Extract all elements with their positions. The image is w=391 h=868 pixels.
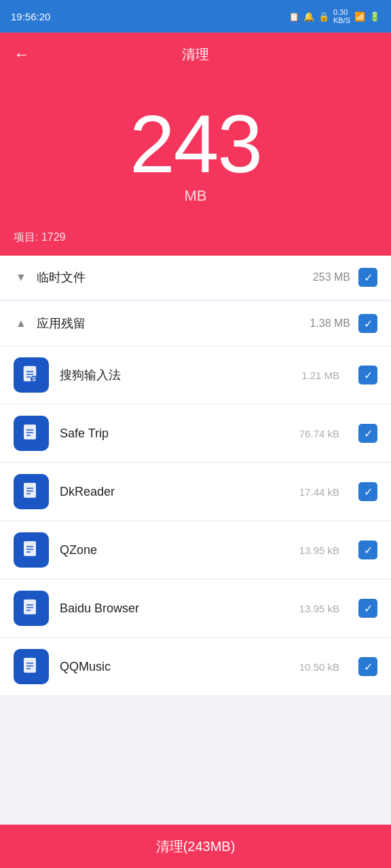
document-icon (21, 598, 41, 618)
item-count-bar: 项目: 1729 (0, 225, 391, 256)
app-checkbox-baidu[interactable]: ✓ (358, 599, 377, 618)
status-bar: 19:56:20 📋 🔔 🔒 0.30KB/S 📶 🔋 (0, 0, 391, 33)
clean-button[interactable]: 清理(243MB) (0, 825, 391, 868)
document-icon: S (21, 365, 41, 385)
svg-rect-7 (24, 425, 36, 439)
hero-unit: MB (185, 187, 207, 205)
list-item: QZone 13.95 kB ✓ (0, 521, 391, 578)
section-residual-right: 1.38 MB ✓ (310, 314, 377, 333)
section-temp-left: ▼ 临时文件 (14, 269, 86, 285)
section-residual-size: 1.38 MB (310, 317, 350, 330)
section-app-residual: ▲ 应用残留 1.38 MB ✓ (0, 302, 391, 345)
section-residual-header[interactable]: ▲ 应用残留 1.38 MB ✓ (0, 302, 391, 345)
status-icon-lock: 🔒 (318, 12, 329, 22)
svg-rect-23 (24, 658, 36, 673)
app-size-baidu: 13.95 kB (299, 603, 339, 614)
app-icon-qzone (14, 532, 49, 568)
app-icon-sogou: S (14, 357, 49, 393)
app-size-qzone: 13.95 kB (299, 545, 339, 556)
list-item: Baidu Browser 13.95 kB ✓ (0, 580, 391, 637)
hero-section: 243 MB (0, 76, 391, 225)
status-icon-bell: 🔔 (303, 12, 314, 22)
app-icon-baidu (14, 591, 49, 626)
section-temp-label: 临时文件 (37, 269, 86, 285)
app-name-safetrip: Safe Trip (60, 427, 288, 441)
app-checkbox-sogou[interactable]: ✓ (358, 366, 377, 384)
section-residual-left: ▲ 应用残留 (14, 315, 86, 332)
svg-rect-19 (24, 599, 36, 614)
section-residual-checkbox[interactable]: ✓ (358, 314, 377, 333)
status-speed: 0.30KB/S (333, 8, 350, 24)
app-name-baidu: Baidu Browser (60, 601, 288, 616)
document-icon (21, 481, 41, 502)
list-item: QQMusic 10.50 kB ✓ (0, 638, 391, 695)
app-name-qqmusic: QQMusic (60, 660, 288, 674)
document-icon (21, 540, 41, 560)
hero-number: 243 (130, 103, 261, 184)
app-name-dkreader: DkReader (60, 485, 288, 499)
section-temp-right: 253 MB ✓ (313, 268, 377, 287)
back-button[interactable]: ← (14, 46, 30, 62)
app-size-sogou: 1.21 MB (301, 370, 339, 381)
status-icon-clipboard: 📋 (288, 12, 299, 22)
app-icon-dkreader (14, 474, 49, 509)
svg-rect-15 (24, 541, 36, 556)
section-residual-label: 应用残留 (37, 315, 86, 332)
list-item: S 搜狗输入法 1.21 MB ✓ (0, 347, 391, 403)
app-name-sogou: 搜狗输入法 (60, 367, 291, 383)
svg-rect-11 (24, 483, 36, 498)
app-size-safetrip: 76.74 kB (299, 428, 339, 439)
section-temp-size: 253 MB (313, 271, 350, 283)
app-checkbox-safetrip[interactable]: ✓ (358, 424, 377, 443)
list-item: DkReader 17.44 kB ✓ (0, 463, 391, 520)
app-size-dkreader: 17.44 kB (299, 486, 339, 498)
status-time: 19:56:20 (11, 11, 50, 22)
chevron-down-icon: ▼ (14, 270, 29, 285)
app-icon-safetrip (14, 416, 49, 451)
page-header: ← 清理 (0, 33, 391, 76)
document-icon (21, 656, 41, 677)
document-icon (21, 423, 41, 443)
app-list: S 搜狗输入法 1.21 MB ✓ Safe Trip 76.74 kB ✓ (0, 347, 391, 695)
status-icon-battery: 🔋 (369, 12, 380, 22)
page-title: 清理 (182, 45, 209, 64)
app-checkbox-dkreader[interactable]: ✓ (358, 482, 377, 501)
app-checkbox-qzone[interactable]: ✓ (358, 540, 377, 559)
section-temp-files: ▼ 临时文件 253 MB ✓ (0, 256, 391, 299)
app-size-qqmusic: 10.50 kB (299, 661, 339, 673)
clean-button-label: 清理(243MB) (156, 837, 236, 856)
list-item: Safe Trip 76.74 kB ✓ (0, 405, 391, 462)
item-count-label: 项目: 1729 (14, 231, 65, 243)
app-checkbox-qqmusic[interactable]: ✓ (358, 657, 377, 676)
status-icons: 📋 🔔 🔒 0.30KB/S 📶 🔋 (288, 8, 380, 24)
app-name-qzone: QZone (60, 543, 288, 557)
chevron-up-icon: ▲ (14, 316, 29, 331)
section-temp-header[interactable]: ▼ 临时文件 253 MB ✓ (0, 256, 391, 299)
svg-text:S: S (32, 376, 36, 382)
section-temp-checkbox[interactable]: ✓ (358, 268, 377, 287)
app-icon-qqmusic (14, 649, 49, 684)
status-icon-signal: 📶 (354, 12, 365, 22)
